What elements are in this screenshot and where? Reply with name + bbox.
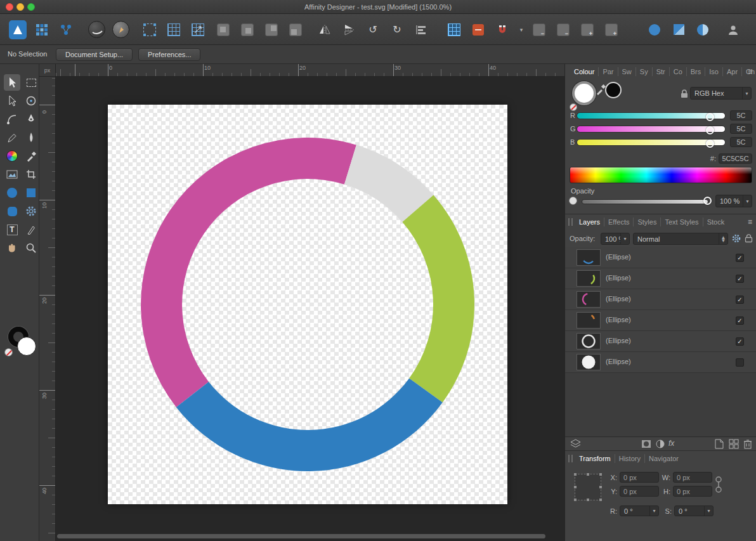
- colour-spectrum-bar[interactable]: [570, 167, 752, 183]
- tab-str[interactable]: Str: [652, 67, 669, 76]
- artistic-text-tool[interactable]: T: [4, 221, 20, 238]
- blend-mode-select[interactable]: Normal ▲▼: [633, 233, 728, 245]
- layer-lock-icon[interactable]: [745, 233, 753, 243]
- colour-picker-tool[interactable]: [23, 148, 39, 164]
- minimize-window-button[interactable]: [16, 3, 24, 11]
- layer-row[interactable]: (Ellipse)✓: [565, 247, 756, 268]
- g-value-field[interactable]: 5C: [730, 124, 752, 134]
- back-one-icon[interactable]: −: [554, 21, 572, 39]
- layer-visibility-checkbox[interactable]: ✓: [736, 254, 744, 262]
- layer-settings-gear-icon[interactable]: [731, 233, 741, 244]
- insert-inside-icon[interactable]: [238, 21, 256, 39]
- move-tool[interactable]: [4, 74, 20, 91]
- move-to-back-icon[interactable]: −: [530, 21, 548, 39]
- vector-crop-tool[interactable]: [23, 166, 39, 183]
- layer-thumbnail-arc-pink[interactable]: [577, 291, 601, 308]
- tab-styles[interactable]: Styles: [633, 218, 660, 226]
- artboard-tool[interactable]: [23, 74, 39, 91]
- designer-persona-icon[interactable]: [9, 21, 27, 39]
- style-picker-tool[interactable]: [23, 221, 39, 238]
- export-persona-icon[interactable]: [57, 21, 75, 39]
- rectangle-tool[interactable]: [23, 185, 39, 201]
- ellipse-tool[interactable]: [4, 185, 20, 201]
- tab-sy[interactable]: Sy: [635, 67, 652, 76]
- close-window-button[interactable]: [6, 3, 13, 11]
- colour-panel-menu-icon[interactable]: ≡: [748, 67, 752, 76]
- tab-history[interactable]: History: [615, 454, 644, 463]
- tab-layers[interactable]: Layers: [575, 218, 604, 226]
- delete-layer-icon[interactable]: [743, 439, 752, 449]
- donut-segment-blue[interactable]: [176, 378, 443, 471]
- opacity-value-select[interactable]: 100 %▾: [715, 195, 752, 207]
- layer-row[interactable]: (Ellipse)✓: [565, 310, 756, 331]
- grid-transform-icon[interactable]: [189, 21, 207, 39]
- alignment-icon[interactable]: [412, 21, 430, 39]
- boolean-divide-icon[interactable]: [694, 21, 712, 39]
- tab-sw[interactable]: Sw: [618, 67, 635, 76]
- b-value-field[interactable]: 5C: [730, 137, 752, 147]
- tab-iso[interactable]: Iso: [705, 67, 722, 76]
- shapes-tool[interactable]: [23, 203, 39, 219]
- view-tool[interactable]: [4, 240, 20, 256]
- sphere-view-icon[interactable]: [88, 21, 105, 39]
- rotate-cw-icon[interactable]: ↻: [388, 21, 406, 39]
- marquee-grid-icon[interactable]: [141, 21, 159, 39]
- lock-icon[interactable]: [680, 89, 689, 99]
- insert-behind-icon[interactable]: [214, 21, 232, 39]
- tab-transform[interactable]: Transform: [575, 454, 615, 463]
- mask-icon[interactable]: [641, 439, 651, 449]
- rotate-ccw-icon[interactable]: ↺: [364, 21, 382, 39]
- y-field[interactable]: 0 px: [620, 486, 659, 497]
- top-ruler[interactable]: 010203040: [56, 64, 564, 77]
- opacity-mini-swatch[interactable]: [569, 197, 577, 205]
- canvas-viewport[interactable]: [56, 77, 564, 541]
- link-dimensions-icon[interactable]: [715, 474, 722, 495]
- layer-row[interactable]: (Ellipse)✓: [565, 331, 756, 352]
- layer-row[interactable]: (Ellipse)✓: [565, 289, 756, 310]
- tab-effects[interactable]: Effects: [604, 218, 633, 226]
- shear-select[interactable]: 0 °▾: [674, 505, 714, 516]
- document-canvas[interactable]: [108, 105, 507, 504]
- boolean-subtract-icon[interactable]: [670, 21, 688, 39]
- colour-mode-select[interactable]: RGB Hex▾: [690, 87, 752, 100]
- adjustment-icon[interactable]: [655, 439, 665, 449]
- x-field[interactable]: 0 px: [620, 472, 659, 483]
- snapping-dropdown-icon[interactable]: ▾: [518, 21, 525, 39]
- show-grid-icon[interactable]: [165, 21, 183, 39]
- layer-row[interactable]: (Ellipse)✓: [565, 268, 756, 289]
- layer-thumbnail-arc-green[interactable]: [577, 270, 601, 287]
- layer-row[interactable]: (Ellipse): [565, 352, 756, 373]
- group-icon[interactable]: [729, 439, 739, 449]
- vector-brush-tool[interactable]: [23, 129, 39, 146]
- zoom-tool[interactable]: [23, 240, 39, 256]
- tab-navigator[interactable]: Navigator: [644, 454, 682, 463]
- preferences-button[interactable]: Preferences...: [138, 48, 200, 61]
- boolean-add-icon[interactable]: [646, 21, 663, 39]
- opacity-slider-knob[interactable]: [703, 197, 712, 205]
- new-layer-icon[interactable]: [715, 439, 724, 449]
- layers-stack-icon[interactable]: [570, 439, 581, 449]
- layer-thumbnail-arc-blue[interactable]: [577, 249, 601, 266]
- rotation-select[interactable]: 0 °▾: [620, 505, 659, 516]
- g-slider-track[interactable]: [577, 126, 726, 133]
- g-slider-knob[interactable]: [706, 126, 714, 134]
- tab-co[interactable]: Co: [669, 67, 686, 76]
- node-tool[interactable]: [4, 93, 20, 109]
- active-fill-swatch[interactable]: [572, 81, 596, 105]
- forward-one-icon[interactable]: +: [578, 21, 596, 39]
- layer-thumbnail-ring-white[interactable]: [577, 333, 601, 349]
- zoom-window-button[interactable]: [27, 3, 35, 11]
- r-value-field[interactable]: 5C: [730, 110, 752, 121]
- tab-apr[interactable]: Apr: [722, 67, 741, 76]
- no-colour-swatch[interactable]: [4, 348, 13, 356]
- document-setup-button[interactable]: Document Setup...: [56, 48, 133, 61]
- b-slider-knob[interactable]: [706, 140, 714, 148]
- r-slider-knob[interactable]: [706, 113, 714, 121]
- left-ruler[interactable]: 010203040: [39, 77, 56, 541]
- eyedropper-icon[interactable]: [595, 83, 608, 96]
- flip-horizontal-icon[interactable]: [316, 21, 334, 39]
- tab-text-styles[interactable]: Text Styles: [660, 218, 702, 226]
- w-field[interactable]: 0 px: [673, 472, 712, 483]
- donut-segment-pink[interactable]: [141, 138, 356, 407]
- insert-on-top-icon[interactable]: [263, 21, 280, 39]
